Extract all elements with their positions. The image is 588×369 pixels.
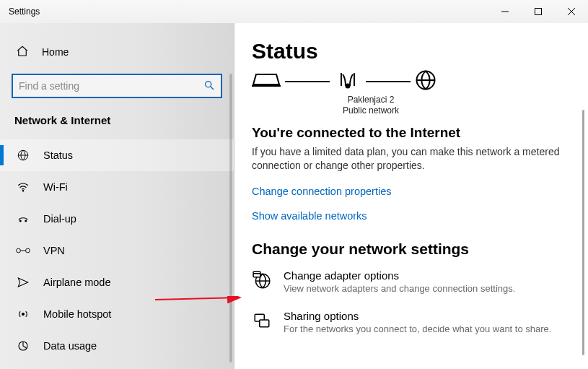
globe-icon [415,69,436,93]
sidebar-category-header: Network & Internet [0,111,234,139]
sidebar-item-status[interactable]: Status [0,139,234,171]
dialup-icon [16,212,30,225]
search-icon [203,79,215,93]
wifi-icon [16,181,30,194]
window-controls [488,0,588,23]
svg-rect-22 [260,320,269,327]
option-desc: View network adapters and change connect… [284,283,515,294]
sidebar-item-label: Data usage [43,340,97,352]
hotspot-icon [16,308,30,321]
sidebar-item-dialup[interactable]: Dial-up [0,203,234,235]
home-icon [16,45,29,60]
sidebar-item-label: VPN [43,245,65,256]
sidebar-item-datausage[interactable]: Data usage [0,330,234,362]
status-icon [16,149,30,162]
svg-point-7 [22,191,24,192]
svg-rect-1 [535,9,542,15]
sidebar-scrollbar[interactable] [229,74,232,363]
sidebar-item-label: Status [43,149,73,161]
option-sharing[interactable]: Sharing options For the networks you con… [252,310,578,334]
sidebar-item-label: Dial-up [43,213,76,225]
connection-diagram [252,69,578,93]
sidebar-nav: Status Wi-Fi Dial-up VPN [0,139,234,362]
svg-point-16 [346,84,350,88]
data-usage-icon [16,339,30,352]
close-button[interactable] [555,0,588,23]
svg-line-5 [211,87,214,90]
pc-icon [252,71,281,91]
sidebar-item-label: Mobile hotspot [43,308,111,320]
search-input[interactable] [19,80,203,92]
diagram-line [366,81,411,82]
sidebar-home-label: Home [42,46,69,58]
svg-point-13 [22,313,25,316]
titlebar: Settings [0,0,588,23]
sidebar-home[interactable]: Home [0,38,234,66]
network-name: Paklenjaci 2 [331,95,411,105]
svg-point-10 [17,248,21,253]
sidebar-item-vpn[interactable]: VPN [0,235,234,266]
vpn-icon [16,246,30,256]
sidebar-item-label: Airplane mode [43,277,111,288]
connected-heading: You're connected to the Internet [252,125,578,141]
airplane-icon [16,276,30,289]
sidebar-item-hotspot[interactable]: Mobile hotspot [0,298,234,330]
connected-body: If you have a limited data plan, you can… [252,145,562,173]
main-scrollbar[interactable] [582,110,584,355]
sharing-options-icon [252,310,272,330]
main-content: Status Paklenjaci 2 Public network You'r… [234,23,588,369]
window-title: Settings [9,6,40,17]
maximize-button[interactable] [522,0,555,23]
wifi-signal-icon [334,70,361,92]
link-show-available-networks[interactable]: Show available networks [252,210,578,222]
svg-point-11 [26,248,30,253]
link-change-connection-properties[interactable]: Change connection properties [252,186,578,197]
option-desc: For the networks you connect to, decide … [284,324,551,334]
svg-rect-19 [253,272,260,277]
search-box[interactable] [12,74,222,98]
svg-point-9 [25,220,27,222]
option-title: Change adapter options [284,269,515,282]
network-type: Public network [331,105,411,116]
diagram-line [285,81,330,82]
svg-point-8 [19,220,21,222]
option-title: Sharing options [284,310,551,322]
page-title: Status [252,39,578,64]
adapter-options-icon [252,269,272,290]
sidebar-item-wifi[interactable]: Wi-Fi [0,171,234,203]
sidebar-item-airplane[interactable]: Airplane mode [0,266,234,298]
svg-point-4 [206,81,211,87]
option-change-adapter[interactable]: Change adapter options View network adap… [252,269,578,294]
section-heading: Change your network settings [252,240,578,258]
sidebar-item-label: Wi-Fi [43,181,68,193]
sidebar: Home Network & Internet Status Wi-Fi [0,23,234,369]
minimize-button[interactable] [488,0,522,23]
